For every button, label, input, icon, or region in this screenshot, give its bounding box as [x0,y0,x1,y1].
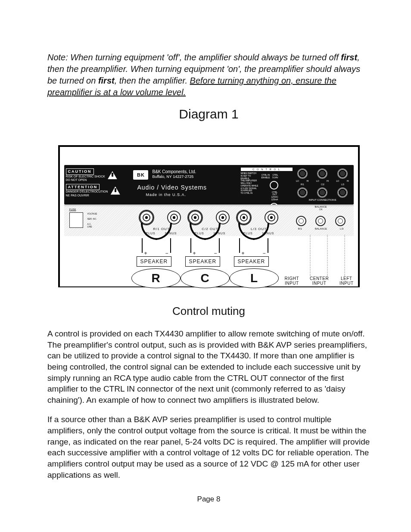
brand-name: B&K Components, Ltd. [153,169,196,174]
wire-curve [238,223,255,240]
note-first-1: first [341,53,357,62]
ctrl-5-24v-label: CTRL 5-24V [272,174,278,179]
lo-label: LO [316,180,319,182]
rca-r1-label: R/1 [298,227,302,230]
wire [239,238,240,253]
center-input-label: CENTER INPUT [310,276,329,286]
dotted-wire [310,235,311,276]
voltage-label: VOLTAGE [87,212,97,215]
brand-addr: Buffalo, NY 14227-2725 [153,174,196,179]
input-knob-c2 [317,187,327,198]
rca-bal-icon [315,216,326,226]
speaker-r-ellipse: R [131,268,181,288]
control-header: C O N T R O L [241,168,293,171]
hi-label: HI [306,180,308,182]
gain-knob-r1 [297,168,308,179]
minus-sign: − [214,250,217,256]
made-in-usa: Made in the U.S.A. [146,193,187,197]
wire-curve [253,223,269,240]
input-knob-r1 [297,187,308,198]
ctrl-in-jack [270,181,278,190]
wire [170,238,171,253]
dotted-wire [344,235,345,276]
gain-knob-area: LO HI LO HI LO HI R/1 C/2 L/3 INPUT CONN… [293,168,353,203]
gain-knob-l3 [337,168,348,179]
minus-sign: − [165,250,168,256]
note-text-3: , then the amplifier. [115,76,190,85]
speaker-box-r: SPEAKER [137,256,172,267]
attention-label: ATTENTION [66,184,100,190]
diagram-title: Diagram 1 [47,107,370,121]
wire-curve [141,223,157,240]
page: Note: When turning equipment 'off', the … [0,0,411,532]
rca-l3-icon [335,216,346,226]
fuse-label: FUSE [69,208,130,211]
minus-sign: − [263,250,266,256]
note-text-1: Note: When turning equipment 'off', the … [47,53,341,62]
plus-sign: + [242,250,245,256]
wire [219,238,220,253]
serial-label: SER. NO. [87,218,97,220]
wire-curve [204,223,221,240]
fuse-block: FUSE VOLTAGE SER. NO. A.C. LINE [69,208,130,232]
brand-text: B&K Components, Ltd. Buffalo, NY 14227-2… [153,169,196,179]
on-label: ON [292,208,350,211]
page-number: Page 8 [47,495,370,504]
ctrl-in-label: CTRL IN ENABLE [262,174,270,179]
wire [142,238,143,253]
diagram-1: CAUTION RISK OF ELECTRIC SHOCK DO NOT OP… [58,145,360,287]
speaker-box-c: SPEAKER [185,256,221,267]
exclaim-warning-icon [111,187,120,195]
caution-label: CAUTION [66,168,94,175]
ctrl-out-label: CTRL OUT 12VDC 125mA [271,191,278,201]
speaker-box-l: SPEAKER [234,256,269,267]
note-first-2: first [98,76,115,85]
audio-video-systems: Audio / Video Systems [137,184,207,191]
control-muting-p1: A control is provided on each TX4430 amp… [47,328,370,405]
c2-label: C/2 [321,183,324,186]
rca-bal-label: BALANCE [315,227,327,230]
l3-label: L/3 [341,183,344,186]
plus-sign: + [144,250,147,256]
input-connections-label: INPUT CONNECTIONS [293,199,353,201]
wire [268,238,268,253]
input-knob-l3 [337,187,348,198]
rca-l3-label: L/3 [340,227,343,230]
speaker-l-ellipse: L [230,268,279,288]
control-muting-p2: If a source other than a B&K AVP series … [47,414,370,480]
wire-curve [156,223,172,240]
bolt-warning-icon [108,171,117,179]
lo-label: LO [336,180,339,182]
wire-curve [190,223,206,240]
rca-input-block: BALANCE ON R/1 BALANCE L/3 [292,205,350,236]
io-labels: RIGHT INPUT CENTER INPUT LEFT INPUT [285,276,354,286]
bk-logo: B K [133,170,148,180]
ac-line-label: A.C. LINE [87,223,97,228]
caution-block: CAUTION RISK OF ELECTRIC SHOCK DO NOT OP… [66,168,122,202]
left-input-label: LEFT INPUT [339,276,354,286]
hi-label: HI [327,180,329,182]
speaker-c-ellipse: C [181,268,230,288]
plus-sign: + [193,250,196,256]
attention-fr-text: DANGER D'ÉLECTROCUTION NE PAS OUVRIR [66,190,108,197]
lo-label: LO [296,180,299,182]
control-muting-title: Control muting [47,305,370,318]
gain-knob-c2 [317,168,327,179]
r1-label: R/1 [301,183,304,186]
control-zone: C O N T R O L WHEN SWITCH IS SET TO ENAB… [241,168,293,203]
wire [190,238,191,253]
iec-inlet-icon [69,212,83,228]
rca-r1-icon [296,216,306,226]
shock-text: RISK OF ELECTRIC SHOCK DO NOT OPEN [66,175,105,182]
note-paragraph: Note: When turning equipment 'off', the … [47,52,370,98]
dotted-wire [327,235,328,276]
hi-label: HI [347,180,349,182]
right-input-label: RIGHT INPUT [285,276,299,286]
